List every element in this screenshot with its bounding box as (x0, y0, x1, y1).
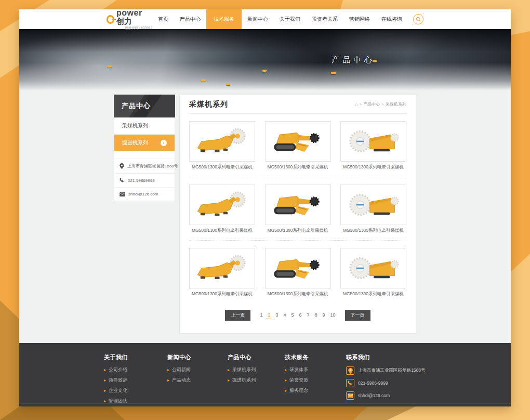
footer-link[interactable]: ▸掘进机系列 (228, 377, 285, 384)
prev-page-button[interactable]: 上一页 (225, 310, 250, 321)
page-number-9[interactable]: 9 (321, 311, 327, 319)
footer-link[interactable]: ▸采煤机系列 (228, 366, 285, 373)
next-page-button[interactable]: 下一页 (345, 310, 370, 321)
footer-link-label: 领导致辞 (109, 377, 127, 383)
footer-link[interactable]: ▸公司新闻 (167, 366, 228, 373)
pin-icon (120, 163, 124, 169)
page-number-1[interactable]: 1 (258, 311, 264, 319)
sidebar-item-label: 掘进机系列 (122, 139, 148, 147)
product-card (340, 185, 406, 225)
footer-contact-row: 021-5986-9999 (346, 379, 426, 387)
section-title: 采煤机系列 (189, 100, 228, 109)
page-number-3[interactable]: 3 (274, 311, 280, 319)
page-number-8[interactable]: 8 (313, 311, 319, 319)
page-number-6[interactable]: 6 (298, 311, 303, 319)
nav-item-3[interactable]: 技术服务 (206, 9, 242, 29)
logo-text-cn: 创力 (116, 17, 132, 25)
breadcrumb-item[interactable]: 产品中心 (363, 101, 380, 107)
product-caption: MG500/1300系列电牵引采煤机 (265, 164, 331, 170)
breadcrumb-separator: > (360, 102, 362, 107)
footer-contact-row: 上海市青浦工业园区崧复路1568号 (346, 366, 426, 375)
logo-text: power (116, 9, 142, 17)
product-item[interactable]: MG500/1300系列电牵引采煤机 (265, 121, 331, 170)
nav-item-1[interactable]: 首页 (152, 9, 174, 29)
product-card (340, 248, 406, 288)
sidebar-body: 采煤机系列掘进机系列› 上海市青浦区崧复路1568号021-59869999sh… (114, 117, 175, 201)
breadcrumb-item[interactable]: 采煤机系列 (386, 101, 406, 107)
nav-item-7[interactable]: 营销网络 (343, 9, 376, 29)
sidebar-item-1[interactable]: 采煤机系列 (114, 117, 175, 135)
sidebar-title: 产品中心 (122, 101, 151, 111)
arrow-bullet-icon: ▸ (167, 378, 169, 383)
sidebar-item-2[interactable]: 掘进机系列› (114, 135, 175, 151)
hero-banner: 产品中心 (19, 29, 511, 90)
product-card (265, 248, 331, 288)
footer-link-label: 管理团队 (109, 398, 127, 403)
sidebar-contact: 上海市青浦区崧复路1568号021-59869999shhcl@126.com (114, 159, 175, 201)
home-icon[interactable]: ⌂ (355, 102, 357, 107)
footer-link[interactable]: ▸领导致辞 (104, 377, 167, 384)
page-number-5[interactable]: 5 (289, 311, 295, 319)
sidebar-title-box: 产品中心 (114, 95, 175, 117)
product-image-disc-shearer-icon (344, 124, 403, 159)
phone-icon (120, 178, 125, 183)
page-number-10[interactable]: 10 (329, 311, 337, 319)
search-button[interactable] (413, 14, 423, 24)
truck-decoration (226, 83, 230, 85)
nav-item-6[interactable]: 投资者关系 (306, 9, 343, 29)
product-card (265, 185, 331, 225)
page-number-4[interactable]: 4 (282, 311, 287, 319)
footer-contact-pin-icon (346, 366, 354, 375)
footer-column-title: 产品中心 (228, 353, 285, 361)
sidebar-item-label: 采煤机系列 (122, 122, 148, 129)
mail-icon (348, 393, 353, 398)
product-grid: MG500/1300系列电牵引采煤机 MG500/1300系列电牵引采煤机 MG… (189, 114, 406, 304)
footer-link[interactable]: ▸企业文化 (104, 387, 167, 394)
product-caption: MG500/1300系列电牵引采煤机 (265, 291, 331, 297)
product-item[interactable]: MG500/1300系列电牵引采煤机 (340, 248, 406, 297)
page-number-2[interactable]: 2 (266, 311, 272, 319)
page-number-7[interactable]: 7 (306, 311, 311, 319)
phone-icon (348, 380, 353, 386)
nav-item-2[interactable]: 产品中心 (174, 9, 206, 29)
product-item[interactable]: MG500/1300系列电牵引采煤机 (340, 121, 406, 170)
arrow-bullet-icon: ▸ (167, 368, 169, 372)
footer-link[interactable]: ▸服务理念 (285, 387, 346, 394)
footer-column-3: 产品中心▸采煤机系列▸掘进机系列 (228, 353, 285, 406)
brand-logo[interactable]: power 创力 股票代码 / 603012 (107, 9, 152, 30)
footer-link[interactable]: ▸研发体系 (285, 366, 346, 373)
product-item[interactable]: MG500/1300系列电牵引采煤机 (189, 185, 255, 234)
footer-link[interactable]: ▸荣誉资质 (285, 377, 346, 384)
nav-item-4[interactable]: 新闻中心 (242, 9, 274, 29)
product-item[interactable]: MG500/1300系列电牵引采煤机 (189, 121, 255, 170)
main-panel: 采煤机系列 ⌂>产品中心>采煤机系列 MG500/1300系列电牵引采煤机 MG… (179, 95, 416, 334)
product-row: MG500/1300系列电牵引采煤机 MG500/1300系列电牵引采煤机 MG… (189, 241, 406, 304)
arrow-bullet-icon: ▸ (104, 399, 106, 403)
arrow-bullet-icon: ▸ (285, 368, 287, 372)
footer-column-title: 技术服务 (285, 353, 346, 361)
pin-icon (348, 368, 353, 374)
product-item[interactable]: MG500/1300系列电牵引采煤机 (265, 185, 331, 234)
footer-link[interactable]: ▸产品动态 (167, 377, 228, 384)
product-caption: MG500/1300系列电牵引采煤机 (189, 291, 255, 297)
logo-c-icon (107, 15, 114, 24)
product-item[interactable]: MG500/1300系列电牵引采煤机 (189, 248, 255, 297)
footer-link[interactable]: ▸公司介绍 (104, 366, 167, 373)
product-image-shearer-icon (193, 251, 251, 285)
arrow-bullet-icon: ▸ (285, 388, 287, 393)
search-icon (416, 17, 421, 22)
product-caption: MG500/1300系列电牵引采煤机 (189, 164, 255, 170)
footer-link-label: 研发体系 (289, 367, 308, 372)
product-row: MG500/1300系列电牵引采煤机 MG500/1300系列电牵引采煤机 MG… (189, 177, 406, 241)
sidebar-contact-row: 021-59869999 (114, 173, 175, 187)
main-header: 采煤机系列 ⌂>产品中心>采煤机系列 (189, 95, 406, 114)
sidebar: 产品中心 采煤机系列掘进机系列› 上海市青浦区崧复路1568号021-59869… (114, 95, 175, 201)
arrow-bullet-icon: ▸ (104, 388, 106, 393)
site-header: power 创力 股票代码 / 603012 首页产品中心技术服务新闻中心关于我… (19, 9, 511, 29)
nav-item-8[interactable]: 在线咨询 (376, 9, 408, 29)
truck-decoration (331, 72, 336, 74)
product-item[interactable]: MG500/1300系列电牵引采煤机 (265, 248, 331, 297)
product-item[interactable]: MG500/1300系列电牵引采煤机 (340, 185, 406, 234)
nav-item-5[interactable]: 关于我们 (274, 9, 306, 29)
product-caption: MG500/1300系列电牵引采煤机 (265, 228, 331, 234)
